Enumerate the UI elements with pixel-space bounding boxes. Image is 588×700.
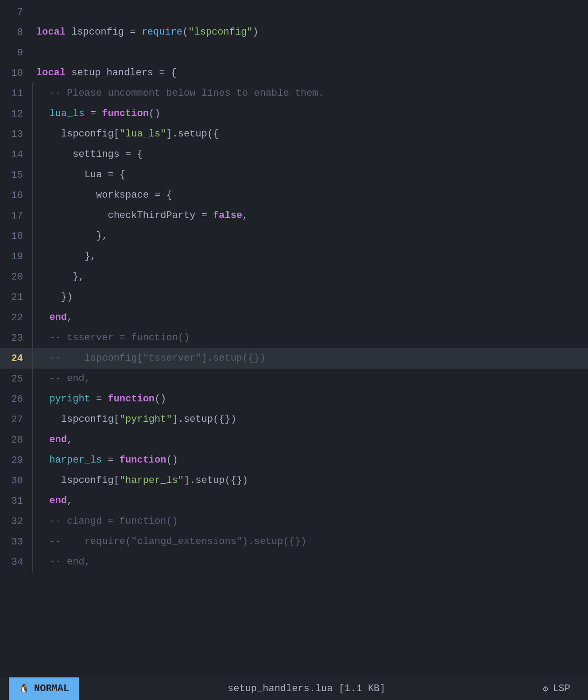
line-number-21: 21 xyxy=(0,292,32,303)
gear-icon: ⚙ xyxy=(543,683,548,694)
code-line-29: 29 harper_ls = function() xyxy=(0,450,588,471)
code-line-30: 30 lspconfig["harper_ls"].setup({}) xyxy=(0,471,588,491)
line-number-32: 32 xyxy=(0,516,32,527)
line-number-29: 29 xyxy=(0,455,32,466)
line-content-14: settings = { xyxy=(33,144,143,165)
code-line-10: 10 local setup_handlers = { xyxy=(0,63,588,83)
line-number-24: 24 xyxy=(0,353,32,364)
line-content-32: -- clangd = function() xyxy=(33,511,178,532)
line-number-34: 34 xyxy=(0,557,32,568)
line-number-22: 22 xyxy=(0,312,32,323)
statusbar: 🐧 NORMAL setup_handlers.lua [1.1 KB] ⚙ L… xyxy=(0,677,588,700)
code-line-25: 25 -- end, xyxy=(0,369,588,389)
line-content-21: }) xyxy=(33,287,73,307)
line-content-26: pyright = function() xyxy=(33,389,166,409)
code-editor: 7 8 local lspconfig = require("lspconfig… xyxy=(0,0,588,677)
line-number-10: 10 xyxy=(0,68,32,79)
line-content-29: harper_ls = function() xyxy=(33,450,178,471)
line-content-30: lspconfig["harper_ls"].setup({}) xyxy=(33,471,248,491)
file-label: setup_handlers.lua [1.1 KB] xyxy=(228,683,385,694)
line-content-19: }, xyxy=(33,246,96,267)
code-line-12: 12 lua_ls = function() xyxy=(0,104,588,124)
line-content-7 xyxy=(32,2,42,22)
line-number-19: 19 xyxy=(0,251,32,262)
line-content-11: -- Please uncomment below lines to enabl… xyxy=(33,83,324,104)
status-lsp: ⚙ LSP xyxy=(534,683,579,694)
line-content-27: lspconfig["pyright"].setup({}) xyxy=(33,409,236,430)
line-content-25: -- end, xyxy=(33,369,90,389)
status-file: setup_handlers.lua [1.1 KB] xyxy=(79,683,534,694)
code-line-18: 18 }, xyxy=(0,226,588,246)
code-line-19: 19 }, xyxy=(0,246,588,267)
code-line-31: 31 end, xyxy=(0,491,588,511)
code-line-27: 27 lspconfig["pyright"].setup({}) xyxy=(0,409,588,430)
line-number-11: 11 xyxy=(0,88,32,99)
code-line-21: 21 }) xyxy=(0,287,588,307)
code-line-26: 26 pyright = function() xyxy=(0,389,588,409)
line-number-33: 33 xyxy=(0,537,32,548)
line-number-17: 17 xyxy=(0,210,32,222)
line-number-26: 26 xyxy=(0,394,32,405)
line-content-34: -- end, xyxy=(33,552,90,572)
mode-label: NORMAL xyxy=(34,683,69,694)
line-number-27: 27 xyxy=(0,414,32,425)
line-content-13: lspconfig["lua_ls"].setup({ xyxy=(33,124,219,144)
code-line-22: 22 end, xyxy=(0,307,588,328)
status-mode: 🐧 NORMAL xyxy=(9,677,79,700)
line-content-31: end, xyxy=(33,491,73,511)
line-number-28: 28 xyxy=(0,435,32,446)
code-line-8: 8 local lspconfig = require("lspconfig") xyxy=(0,22,588,43)
code-line-13: 13 lspconfig["lua_ls"].setup({ xyxy=(0,124,588,144)
line-content-24: -- lspconfig["tsserver"].setup({}) xyxy=(33,348,266,369)
line-number-30: 30 xyxy=(0,475,32,486)
line-number-14: 14 xyxy=(0,149,32,160)
code-line-14: 14 settings = { xyxy=(0,144,588,165)
code-line-34: 34 -- end, xyxy=(0,552,588,572)
line-number-31: 31 xyxy=(0,496,32,507)
line-number-15: 15 xyxy=(0,170,32,181)
line-content-12: lua_ls = function() xyxy=(33,104,160,124)
line-number-9: 9 xyxy=(0,47,32,58)
line-content-8: local lspconfig = require("lspconfig") xyxy=(32,22,259,43)
line-content-15: Lua = { xyxy=(33,165,125,185)
line-content-22: end, xyxy=(33,307,73,328)
line-content-28: end, xyxy=(33,430,73,450)
line-number-12: 12 xyxy=(0,109,32,120)
line-number-8: 8 xyxy=(0,27,32,38)
line-content-18: }, xyxy=(33,226,108,246)
line-number-25: 25 xyxy=(0,373,32,385)
line-number-18: 18 xyxy=(0,231,32,242)
code-line-32: 32 -- clangd = function() xyxy=(0,511,588,532)
code-line-15: 15 Lua = { xyxy=(0,165,588,185)
line-number-16: 16 xyxy=(0,190,32,201)
code-line-20: 20 }, xyxy=(0,267,588,287)
code-line-28: 28 end, xyxy=(0,430,588,450)
code-line-16: 16 workspace = { xyxy=(0,185,588,206)
code-line-33: 33 -- require("clangd_extensions").setup… xyxy=(0,532,588,552)
line-content-10: local setup_handlers = { xyxy=(32,63,177,83)
line-number-7: 7 xyxy=(0,7,32,18)
line-content-33: -- require("clangd_extensions").setup({}… xyxy=(33,532,306,552)
code-line-17: 17 checkThirdParty = false, xyxy=(0,206,588,226)
code-line-23: 23 -- tsserver = function() xyxy=(0,328,588,348)
code-line-7: 7 xyxy=(0,2,588,22)
line-content-9 xyxy=(32,43,42,63)
line-number-13: 13 xyxy=(0,129,32,140)
line-content-20: }, xyxy=(33,267,85,287)
code-line-11: 11 -- Please uncomment below lines to en… xyxy=(0,83,588,104)
line-content-16: workspace = { xyxy=(33,185,172,206)
code-line-24: 24 -- lspconfig["tsserver"].setup({}) xyxy=(0,348,588,369)
linux-icon: 🐧 xyxy=(19,683,30,694)
line-number-23: 23 xyxy=(0,333,32,344)
code-area: 7 8 local lspconfig = require("lspconfig… xyxy=(0,0,588,677)
line-content-17: checkThirdParty = false, xyxy=(33,206,248,226)
line-content-23: -- tsserver = function() xyxy=(33,328,190,348)
code-line-9: 9 xyxy=(0,43,588,63)
line-number-20: 20 xyxy=(0,272,32,283)
lsp-label: LSP xyxy=(553,683,570,694)
